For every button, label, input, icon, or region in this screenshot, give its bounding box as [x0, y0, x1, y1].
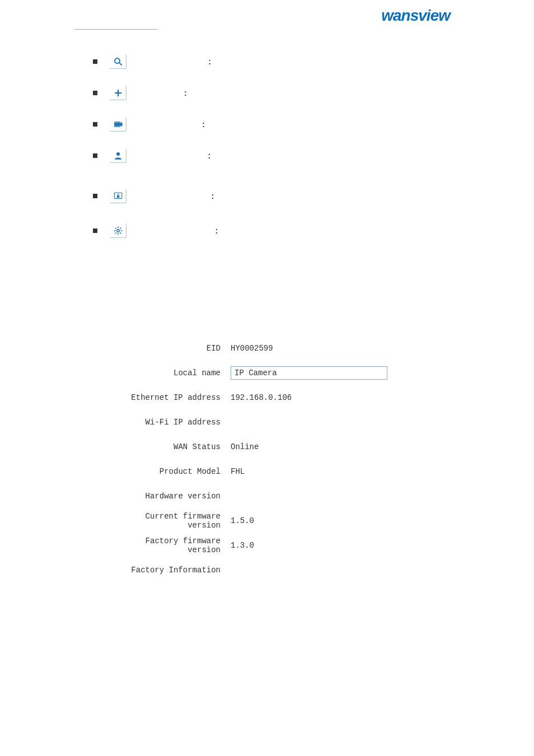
legend-label: Settings — [133, 226, 162, 235]
svg-line-24 — [115, 232, 116, 234]
legend-row-lock: Lock : — [93, 187, 485, 205]
svg-marker-13 — [120, 122, 122, 127]
info-label: Hardware version — [127, 492, 231, 501]
legend-label: User — [133, 151, 150, 160]
info-label: Wi-Fi IP address — [127, 418, 231, 427]
local-name-input[interactable] — [231, 366, 387, 380]
legend-row-search: Search : — [93, 53, 485, 71]
gear-icon[interactable] — [110, 223, 127, 238]
colon: : — [216, 226, 218, 235]
legend-row-add: Add : — [93, 84, 485, 102]
legend-label: Add — [133, 88, 147, 97]
film-icon[interactable] — [110, 117, 127, 132]
bullet-marker — [93, 122, 97, 127]
info-value: Online — [231, 442, 259, 451]
user-icon[interactable] — [110, 148, 127, 163]
legend-label: Record — [133, 120, 158, 129]
legend-row-settings: Settings : — [93, 222, 485, 240]
info-row-fac-fw: Factory firmware version 1.3.0 — [127, 533, 407, 558]
bullet-marker — [93, 194, 97, 198]
brand-logo: wansview — [381, 7, 450, 25]
info-value: 192.168.0.106 — [231, 393, 292, 402]
page-number: 19 — [0, 720, 534, 729]
colon: : — [212, 192, 214, 200]
info-row-wifi-ip: Wi-Fi IP address — [127, 410, 407, 435]
brand-text: wansview — [381, 7, 450, 24]
legend-row-user: User : — [93, 147, 485, 165]
device-info-panel: EID HY0002599 Local name Ethernet IP add… — [127, 336, 407, 582]
svg-rect-10 — [115, 125, 116, 126]
info-row-hw: Hardware version — [127, 484, 407, 508]
svg-point-14 — [116, 152, 120, 156]
lock-screen-icon[interactable] — [110, 189, 127, 203]
info-row-cur-fw: Current firmware version 1.5.0 — [127, 508, 407, 533]
search-icon[interactable] — [110, 54, 127, 69]
info-label: Factory firmware version — [127, 536, 231, 554]
colon: : — [202, 120, 205, 129]
svg-line-22 — [115, 227, 116, 228]
bullet-marker — [93, 153, 97, 158]
colon: : — [208, 57, 211, 66]
info-label: EID — [127, 344, 231, 353]
legend-label: Search — [133, 57, 158, 66]
info-row-fac-info: Factory Information — [127, 558, 407, 582]
info-label: Current firmware version — [127, 512, 231, 530]
info-row-wan: WAN Status Online — [127, 435, 407, 459]
info-row-eth-ip: Ethernet IP address 192.168.0.106 — [127, 385, 407, 410]
svg-point-17 — [116, 229, 119, 232]
info-value: 1.3.0 — [231, 541, 254, 550]
header-rule — [74, 29, 158, 30]
bullet-marker — [93, 91, 97, 95]
colon: : — [184, 88, 187, 97]
info-label: Ethernet IP address — [127, 393, 231, 402]
svg-rect-7 — [115, 122, 116, 123]
plus-icon[interactable] — [110, 86, 127, 100]
bullet-marker — [93, 59, 97, 64]
info-label: Local name — [127, 368, 231, 377]
svg-rect-11 — [116, 125, 118, 126]
svg-rect-9 — [118, 122, 119, 123]
bullet-marker — [93, 228, 97, 233]
icon-legend-list: Search : Add : Record : User : Lock : — [93, 53, 485, 253]
info-value: HY0002599 — [231, 344, 273, 353]
info-label: WAN Status — [127, 442, 231, 451]
info-value: FHL — [231, 467, 245, 476]
info-row-model: Product Model FHL — [127, 459, 407, 484]
svg-line-25 — [120, 227, 121, 228]
svg-rect-12 — [118, 125, 119, 126]
section-heading: 4.1 Information — [74, 280, 141, 292]
info-value: 1.5.0 — [231, 516, 254, 525]
svg-line-1 — [119, 62, 121, 64]
info-label: Factory Information — [127, 566, 231, 575]
svg-line-23 — [120, 232, 121, 234]
info-row-local-name: Local name — [127, 361, 407, 385]
colon: : — [208, 151, 211, 160]
svg-rect-16 — [116, 195, 119, 198]
info-label: Product Model — [127, 467, 231, 476]
info-row-eid: EID HY0002599 — [127, 336, 407, 361]
legend-row-record: Record : — [93, 115, 485, 133]
legend-label: Lock — [133, 192, 150, 200]
svg-rect-8 — [116, 122, 118, 123]
